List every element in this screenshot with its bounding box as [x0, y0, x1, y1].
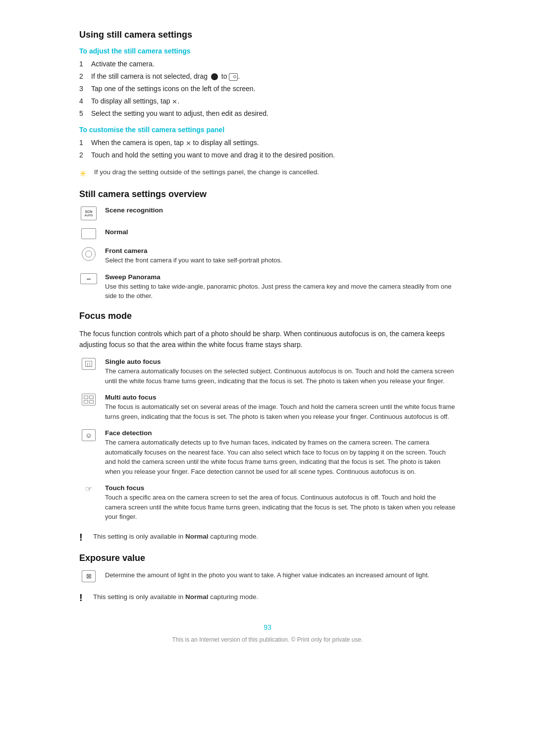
customise-steps-list: 1 When the camera is open, tap ✕ to disp… — [79, 138, 456, 160]
multi-af-icon — [79, 394, 98, 405]
circle-icon — [211, 73, 218, 80]
focus-settings-table: [ ] Single auto focus The camera automat… — [79, 358, 456, 522]
exposure-warning: ! This setting is only available in Norm… — [79, 592, 456, 604]
tip-text-drag: If you drag the setting outside of the s… — [94, 167, 319, 177]
panorama-desc: Use this setting to take wide-angle, pan… — [105, 282, 456, 301]
settings-row-panorama: ▬ Sweep Panorama Use this setting to tak… — [79, 273, 456, 301]
tip-bulb-icon: ✳ — [79, 168, 89, 179]
single-af-label: Single auto focus — [105, 358, 456, 365]
single-af-desc: The camera automatically focuses on the … — [105, 366, 456, 386]
face-detection-desc: The camera automatically detects up to f… — [105, 438, 456, 476]
adjust-step-5: 5 Select the setting you want to adjust,… — [79, 108, 456, 119]
warning-icon-exposure: ! — [79, 592, 88, 604]
settings-row-scene: SCN AUTO Scene recognition — [79, 206, 456, 220]
cross-icon-1: ✕ — [186, 140, 191, 147]
exposure-desc: Determine the amount of light in the pho… — [105, 570, 429, 580]
settings-row-front-camera: Front camera Select the front camera if … — [79, 247, 456, 265]
front-camera-label: Front camera — [105, 247, 282, 254]
adjust-step-1: 1 Activate the camera. — [79, 59, 456, 69]
focus-mode-warning: ! This setting is only available in Norm… — [79, 532, 456, 543]
section-title-overview: Still camera settings overview — [79, 189, 456, 200]
scene-recognition-label: Scene recognition — [105, 206, 163, 214]
page-number: 93 — [79, 623, 456, 631]
front-camera-desc: Select the front camera if you want to t… — [105, 255, 282, 265]
multi-af-desc: The focus is automatically set on severa… — [105, 402, 456, 421]
settings-row-exposure: ⊠ Determine the amount of light in the p… — [79, 570, 456, 582]
face-detection-icon: ☺ — [79, 429, 98, 441]
exposure-icon: ⊠ — [79, 570, 98, 582]
warning-icon-focus: ! — [79, 532, 88, 543]
settings-row-face-detection: ☺ Face detection The camera automaticall… — [79, 429, 456, 476]
settings-row-normal: Normal — [79, 228, 456, 239]
touch-focus-label: Touch focus — [105, 484, 456, 492]
customise-step-1: 1 When the camera is open, tap ✕ to disp… — [79, 138, 456, 148]
face-detection-label: Face detection — [105, 429, 456, 437]
normal-label: Normal — [105, 228, 128, 236]
adjust-step-4: 4 To display all settings, tap ✕. — [79, 96, 456, 106]
focus-mode-intro: The focus function controls which part o… — [79, 328, 456, 351]
section-title-exposure: Exposure value — [79, 553, 456, 563]
section-title-focus-mode: Focus mode — [79, 311, 456, 321]
normal-icon — [79, 228, 98, 239]
panorama-label: Sweep Panorama — [105, 273, 456, 281]
settings-cross-icon: ✕ — [172, 98, 177, 105]
settings-row-single-af: [ ] Single auto focus The camera automat… — [79, 358, 456, 386]
overview-settings-table: SCN AUTO Scene recognition Normal — [79, 206, 456, 301]
tip-box-drag: ✳ If you drag the setting outside of the… — [79, 167, 456, 179]
touch-focus-desc: Touch a specific area on the camera scre… — [105, 493, 456, 522]
front-camera-icon — [79, 247, 98, 261]
focus-mode-section: Focus mode The focus function controls w… — [79, 311, 456, 543]
adjust-steps-list: 1 Activate the camera. 2 If the still ca… — [79, 59, 456, 119]
panorama-icon: ▬ — [79, 273, 98, 284]
exposure-value-section: Exposure value ⊠ Determine the amount of… — [79, 553, 456, 604]
touch-focus-icon: ☞ — [79, 484, 98, 494]
customise-step-2: 2 Touch and hold the setting you want to… — [79, 150, 456, 160]
adjust-step-3: 3 Tap one of the settings icons on the l… — [79, 84, 456, 94]
focus-mode-warning-text: This setting is only available in Normal… — [93, 532, 258, 542]
exposure-warning-text: This setting is only available in Normal… — [93, 592, 258, 602]
still-camera-overview-section: Still camera settings overview SCN AUTO … — [79, 189, 456, 301]
settings-row-multi-af: Multi auto focus The focus is automatica… — [79, 394, 456, 421]
multi-af-label: Multi auto focus — [105, 394, 456, 401]
single-af-icon: [ ] — [79, 358, 98, 370]
using-still-camera-section: Using still camera settings To adjust th… — [79, 30, 456, 179]
scene-recognition-icon: SCN AUTO — [79, 206, 98, 220]
exposure-settings-table: ⊠ Determine the amount of light in the p… — [79, 570, 456, 582]
subsection-title-adjust: To adjust the still camera settings — [79, 47, 456, 55]
subsection-adjust-settings: To adjust the still camera settings 1 Ac… — [79, 47, 456, 119]
subsection-title-customise: To customise the still camera settings p… — [79, 126, 456, 134]
footer-text: This is an Internet version of this publ… — [79, 636, 456, 643]
adjust-step-2: 2 If the still camera is not selected, d… — [79, 71, 456, 82]
subsection-customise-panel: To customise the still camera settings p… — [79, 126, 456, 179]
section-title-using-still-camera: Using still camera settings — [79, 30, 456, 40]
settings-row-touch-focus: ☞ Touch focus Touch a specific area on t… — [79, 484, 456, 522]
